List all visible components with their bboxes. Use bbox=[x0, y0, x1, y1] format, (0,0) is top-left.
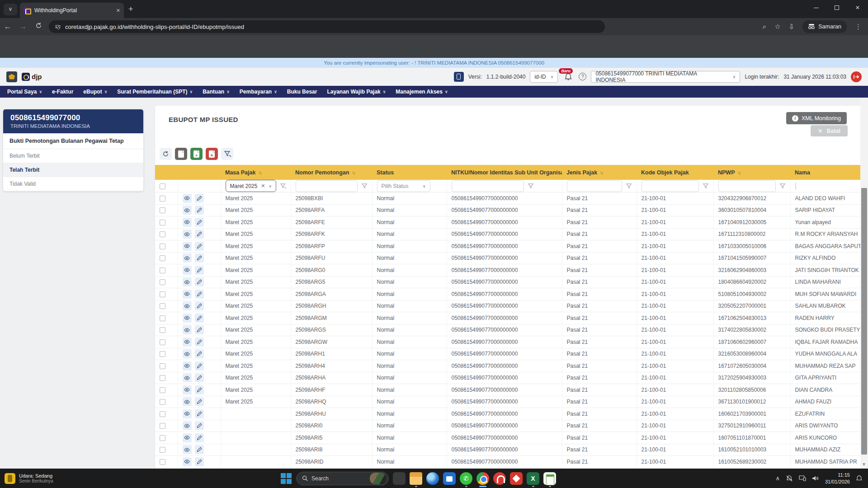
tray-expand-icon[interactable]: ∧ bbox=[775, 475, 780, 482]
view-button[interactable] bbox=[183, 194, 192, 203]
view-button[interactable] bbox=[183, 349, 192, 358]
export-excel-button[interactable]: x bbox=[190, 148, 203, 160]
column-header-nomor-pemotongan[interactable]: Nomor Pemotongan↑↓ bbox=[291, 165, 372, 180]
edit-button[interactable] bbox=[195, 433, 204, 442]
edit-button[interactable] bbox=[195, 349, 204, 358]
edit-button[interactable] bbox=[195, 421, 204, 430]
view-button[interactable] bbox=[183, 290, 192, 299]
close-button[interactable]: ✕ bbox=[847, 0, 868, 15]
sidebar-item-tidak-valid[interactable]: Tidak Valid bbox=[3, 177, 143, 191]
row-checkbox[interactable] bbox=[160, 244, 165, 249]
view-button[interactable] bbox=[183, 242, 192, 251]
scrollbar-thumb[interactable] bbox=[861, 188, 867, 455]
diamond-app-icon[interactable] bbox=[510, 472, 523, 485]
url-bar[interactable]: coretaxdjp.pajak.go.id/withholding-slips… bbox=[49, 20, 605, 33]
funnel-icon[interactable] bbox=[626, 183, 632, 189]
column-header-jenis-pajak[interactable]: Jenis Pajak↑↓ bbox=[562, 165, 637, 180]
account-select[interactable]: 0508615499077000 TRINITI MEDIATAMA INDON… bbox=[591, 71, 740, 83]
scrollbar-down-arrow[interactable]: ▼ bbox=[862, 462, 866, 467]
edit-button[interactable] bbox=[195, 290, 204, 299]
funnel-icon[interactable] bbox=[703, 183, 709, 189]
whatsapp-icon[interactable]: ✆ bbox=[460, 472, 472, 485]
refresh-button[interactable] bbox=[160, 148, 172, 160]
view-button[interactable] bbox=[183, 433, 192, 442]
edit-button[interactable] bbox=[195, 277, 204, 286]
edit-button[interactable] bbox=[195, 253, 204, 263]
nav-item-portal-saya[interactable]: Portal Saya∨ bbox=[7, 89, 42, 95]
page-scrollbar[interactable]: ▼ bbox=[860, 98, 868, 469]
jenis-pajak-filter-input[interactable] bbox=[567, 180, 622, 192]
nav-item-manajemen-akses[interactable]: Manajemen Akses∨ bbox=[396, 89, 448, 95]
forward-button[interactable]: → bbox=[15, 22, 31, 31]
zoom-icon[interactable]: ⌕ bbox=[763, 23, 766, 31]
edit-button[interactable] bbox=[195, 361, 204, 371]
reload-button[interactable] bbox=[31, 22, 46, 31]
edit-button[interactable] bbox=[195, 218, 204, 227]
view-button[interactable] bbox=[183, 421, 192, 430]
nama-filter-input[interactable] bbox=[795, 183, 796, 190]
nomor-pemotongan-filter-input[interactable] bbox=[296, 180, 358, 192]
nav-item-surat-pemberitahuan-spt-[interactable]: Surat Pemberitahuan (SPT)∨ bbox=[117, 89, 193, 95]
nav-item-buku-besar[interactable]: Buku Besar bbox=[287, 89, 317, 95]
taskbar-search[interactable]: Search bbox=[296, 472, 389, 485]
clear-filters-button[interactable] bbox=[221, 148, 233, 160]
edit-button[interactable] bbox=[195, 266, 204, 275]
view-button[interactable] bbox=[183, 218, 192, 227]
row-checkbox[interactable] bbox=[160, 351, 165, 357]
view-button[interactable] bbox=[183, 385, 192, 394]
view-button[interactable] bbox=[183, 409, 192, 418]
edit-button[interactable] bbox=[195, 385, 204, 394]
nav-item-bantuan[interactable]: Bantuan∨ bbox=[203, 89, 230, 95]
taskbar-clock[interactable]: 11:15 31/01/2026 bbox=[825, 472, 850, 485]
select-all-checkbox[interactable] bbox=[160, 183, 165, 189]
sidebar-item-telah-terbit[interactable]: Telah Terbit bbox=[3, 163, 143, 177]
row-checkbox[interactable] bbox=[160, 447, 165, 453]
row-checkbox[interactable] bbox=[160, 375, 165, 381]
npwp-filter-input[interactable] bbox=[718, 180, 776, 192]
nav-item-layanan-wajib-pajak[interactable]: Layanan Wajib Pajak∨ bbox=[327, 89, 386, 95]
row-checkbox[interactable] bbox=[160, 423, 165, 429]
tab-search-button[interactable]: ∨ bbox=[4, 4, 17, 15]
edit-button[interactable] bbox=[195, 194, 204, 203]
taskbar-weather-widget[interactable]: Udara: Sedang Senin Berikutnya bbox=[0, 473, 104, 484]
view-button[interactable] bbox=[183, 301, 192, 310]
edge-icon[interactable] bbox=[426, 472, 439, 485]
sidebar-item-belum-terbit[interactable]: Belum Terbit bbox=[3, 149, 143, 163]
kode-objek-filter-input[interactable] bbox=[642, 180, 699, 192]
view-button[interactable] bbox=[183, 445, 192, 454]
row-checkbox[interactable] bbox=[160, 339, 165, 345]
sort-icon[interactable]: ↑↓ bbox=[352, 170, 354, 175]
red-app-icon[interactable] bbox=[493, 472, 506, 485]
sort-icon[interactable]: ↑↓ bbox=[738, 170, 741, 175]
row-checkbox[interactable] bbox=[160, 399, 165, 405]
edit-button[interactable] bbox=[195, 314, 204, 323]
clear-icon[interactable]: ✕ bbox=[261, 183, 265, 189]
funnel-icon[interactable] bbox=[528, 183, 534, 189]
view-button[interactable] bbox=[183, 253, 192, 263]
edit-button[interactable] bbox=[195, 242, 204, 251]
locale-select[interactable]: id-ID ∨ bbox=[530, 71, 558, 83]
site-settings-icon[interactable] bbox=[55, 25, 61, 28]
menu-dots-icon[interactable]: ⋮ bbox=[855, 23, 862, 31]
view-button[interactable] bbox=[183, 206, 192, 215]
batal-button[interactable]: ✕ Batal bbox=[811, 125, 848, 136]
filter-off-icon[interactable] bbox=[280, 183, 286, 189]
sort-icon[interactable]: ↑↓ bbox=[600, 170, 603, 175]
edit-button[interactable] bbox=[195, 373, 204, 382]
column-header-nitku-nomor-identitas-sub-unit-organisasi[interactable]: NITKU/Nomor Identitas Sub Unit Organisas… bbox=[447, 165, 562, 180]
minimize-button[interactable] bbox=[806, 0, 826, 15]
nav-item-pembayaran[interactable]: Pembayaran∨ bbox=[240, 89, 277, 95]
help-icon[interactable]: ? bbox=[579, 73, 586, 80]
nitku-filter-input[interactable] bbox=[452, 180, 524, 192]
column-header-masa-pajak[interactable]: Masa Pajak↑↓ bbox=[221, 165, 291, 180]
edit-button[interactable] bbox=[195, 206, 204, 215]
start-button[interactable] bbox=[280, 473, 292, 484]
speaker-icon[interactable] bbox=[812, 475, 819, 481]
view-button[interactable] bbox=[183, 230, 192, 239]
nav-item-ebupot[interactable]: eBupot∨ bbox=[83, 89, 107, 95]
edit-button[interactable] bbox=[195, 325, 204, 334]
excel-icon[interactable]: X bbox=[527, 472, 539, 485]
nav-item-e-faktur[interactable]: e-Faktur bbox=[52, 89, 73, 95]
row-checkbox[interactable] bbox=[160, 220, 165, 225]
notifications-bell[interactable]: Baru bbox=[562, 71, 574, 83]
